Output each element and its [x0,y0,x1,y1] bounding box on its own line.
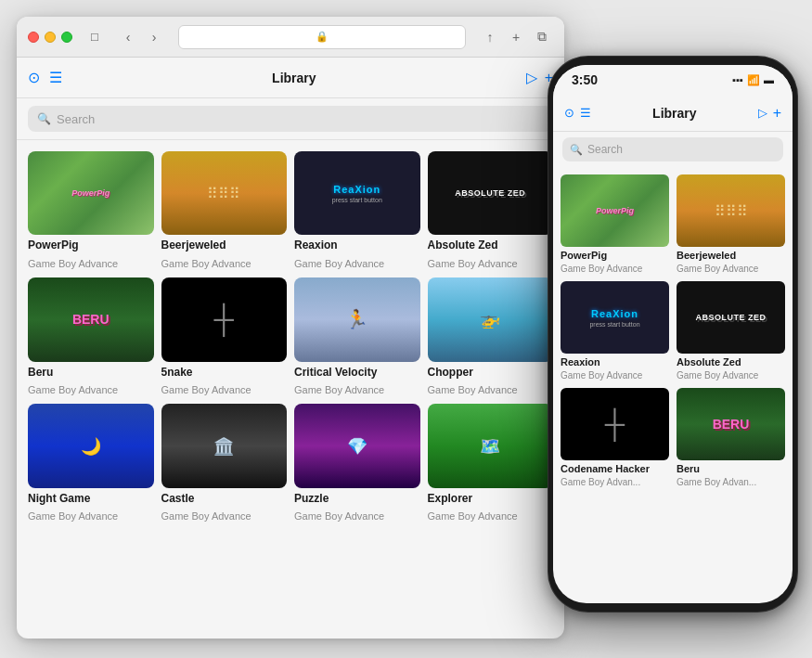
game-item-beru[interactable]: Beru Game Boy Advance [28,277,154,396]
forward-button[interactable]: › [143,26,165,48]
game-thumbnail-beru [28,277,154,361]
iphone-screen: 3:50 ▪▪▪ 📶 ▬ ⊙ ☰ Library ▷ + 🔍 Search [553,65,793,603]
address-bar[interactable]: 🔒 [178,25,466,49]
game-item-beerjeweled[interactable]: Beerjeweled Game Boy Advance [161,151,288,270]
game-platform-beerjeweled: Game Boy Advance [161,257,288,270]
game-name-game12: Explorer [428,492,554,507]
app-toolbar: ⊙ ☰ Library ▷ + [17,58,564,98]
battery-icon: ▬ [764,74,774,85]
iphone-add-button[interactable]: + [773,105,781,122]
toolbar-left: ⊙ ☰ [28,69,62,86]
game-name-5nake: 5nake [161,366,288,381]
iphone-game-name-beru2: Beru [677,463,785,474]
iphone-library-title: Library [591,106,758,121]
library-title: Library [62,71,526,85]
signal-icon: 📶 [747,74,760,86]
game-thumbnail-game10 [161,404,288,487]
game-thumbnail-beerjeweled [161,151,288,235]
search-placeholder: Search [57,112,95,126]
game-platform-game12: Game Boy Advance [428,510,554,523]
wifi-icon: ▪▪▪ [732,74,743,85]
iphone-game-name-beerjeweled: Beerjeweled [677,250,785,261]
game-platform-reaxion: Game Boy Advance [294,257,420,270]
new-tab-button[interactable]: + [505,26,527,48]
sidebar-toggle-button[interactable]: □ [84,26,106,48]
iphone-game-platform-powerpig: Game Boy Advance [561,264,669,274]
iphone-game-item-powerpig[interactable]: PowerPig Game Boy Advance [561,174,669,274]
play-button[interactable]: ▷ [526,69,537,86]
game-name-game9: Night Game [28,492,154,507]
game-thumbnail-game12 [428,404,554,487]
browser-titlebar: □ ‹ › 🔒 ↑ + ⧉ [17,17,564,58]
game-thumbnail-reaxion [294,151,420,235]
game-thumbnail-5nake [161,277,288,361]
game-item-absolutezed[interactable]: Absolute Zed Game Boy Advance [428,151,554,270]
back-button[interactable]: ‹ [117,26,139,48]
iphone-game-thumbnail-absolutezed [677,281,785,354]
iphone-game-platform-beru2: Game Boy Advan... [677,477,785,487]
game-name-game10: Castle [161,492,288,507]
iphone-game-thumbnail-reaxion [561,281,669,354]
iphone-search-container: 🔍 Search [553,132,793,167]
game-name-absolutezed: Absolute Zed [428,239,554,253]
search-container: 🔍 Search [17,98,564,140]
game-item-game10[interactable]: Castle Game Boy Advance [161,404,288,523]
logo-icon: ⊙ [28,69,40,86]
game-platform-absolutezed: Game Boy Advance [428,257,554,270]
game-thumbnail-game11 [294,404,420,487]
game-item-criticalvelocity[interactable]: Critical Velocity Game Boy Advance [294,277,420,396]
game-item-game9[interactable]: Night Game Game Boy Advance [28,404,154,523]
game-platform-powerpig: Game Boy Advance [28,257,154,270]
traffic-lights [28,32,72,43]
game-item-reaxion[interactable]: Reaxion Game Boy Advance [294,151,420,270]
fullscreen-button[interactable] [61,32,72,43]
iphone-game-name-codenamehacker: Codename Hacker [561,463,669,474]
share-button[interactable]: ↑ [479,26,501,48]
iphone-game-platform-codenamehacker: Game Boy Advan... [561,477,669,487]
mac-window: □ ‹ › 🔒 ↑ + ⧉ ⊙ ☰ Library ▷ + 🔍 Search [17,17,564,639]
game-platform-criticalvelocity: Game Boy Advance [294,383,420,396]
security-icon: 🔒 [316,31,329,43]
status-icons: ▪▪▪ 📶 ▬ [732,74,774,86]
game-thumbnail-chopper [428,277,554,361]
iphone-game-thumbnail-beerjeweled [677,174,785,247]
game-item-chopper[interactable]: Chopper Game Boy Advance [428,277,554,396]
game-name-beerjeweled: Beerjeweled [161,239,288,253]
game-platform-beru: Game Boy Advance [28,383,154,396]
iphone-game-item-beru2[interactable]: Beru Game Boy Advan... [677,388,785,487]
iphone-game-name-powerpig: PowerPig [561,250,669,261]
game-thumbnail-game9 [28,404,154,487]
iphone-menu-icon[interactable]: ☰ [580,106,591,120]
game-name-game11: Puzzle [294,492,420,507]
game-item-powerpig[interactable]: PowerPig Game Boy Advance [28,151,154,270]
game-platform-game11: Game Boy Advance [294,510,420,523]
minimize-button[interactable] [45,32,56,43]
iphone-app-toolbar: ⊙ ☰ Library ▷ + [553,95,793,132]
iphone-play-button[interactable]: ▷ [758,106,767,120]
game-item-5nake[interactable]: 5nake Game Boy Advance [161,277,288,396]
search-bar[interactable]: 🔍 Search [28,106,553,132]
status-time: 3:50 [572,72,598,87]
iphone-game-thumbnail-codenamehacker [561,388,669,460]
iphone-game-name-reaxion: Reaxion [561,356,669,368]
game-item-game12[interactable]: Explorer Game Boy Advance [428,404,554,523]
menu-icon[interactable]: ☰ [49,69,62,86]
browser-actions: ↑ + ⧉ [479,26,553,48]
game-name-criticalvelocity: Critical Velocity [294,366,420,381]
close-button[interactable] [28,32,39,43]
iphone-game-item-reaxion[interactable]: Reaxion Game Boy Advance [561,281,669,381]
iphone-game-thumbnail-beru2 [677,388,785,460]
browser-nav: ‹ › [117,26,165,48]
game-thumbnail-powerpig [28,151,154,235]
game-name-reaxion: Reaxion [294,239,420,253]
iphone-search-bar[interactable]: 🔍 Search [562,137,783,161]
game-grid: PowerPig Game Boy Advance Beerjeweled Ga… [28,151,553,523]
game-name-chopper: Chopper [428,366,554,381]
iphone-game-item-beerjeweled[interactable]: Beerjeweled Game Boy Advance [677,174,785,274]
iphone-game-item-absolutezed[interactable]: Absolute Zed Game Boy Advance [677,281,785,381]
search-icon: 🔍 [37,112,51,125]
game-item-game11[interactable]: Puzzle Game Boy Advance [294,404,420,523]
duplicate-tab-button[interactable]: ⧉ [531,26,553,48]
game-platform-game9: Game Boy Advance [28,510,154,523]
iphone-game-item-codenamehacker[interactable]: Codename Hacker Game Boy Advan... [561,388,669,487]
